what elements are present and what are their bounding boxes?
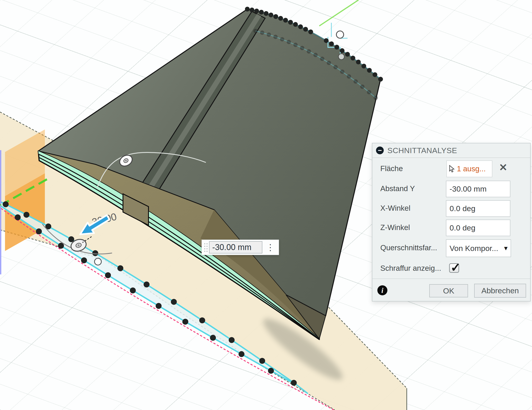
distance-label: Abstand Y	[380, 184, 415, 193]
chevron-down-icon: ▼	[503, 245, 511, 252]
x-angle-label: X-Winkel	[380, 204, 410, 212]
floating-offset-input[interactable]: ⋮	[201, 240, 279, 255]
ok-button[interactable]: OK	[429, 284, 468, 297]
close-icon[interactable]: ✕	[499, 163, 507, 173]
face-select-button[interactable]: 1 ausg...	[446, 160, 492, 177]
face-label: Fläche	[380, 164, 403, 173]
collapse-icon[interactable]: −	[376, 146, 384, 154]
drag-grip-icon[interactable]	[203, 242, 208, 253]
section-analysis-dialog: − SCHNITTANALYSE Fläche 1 ausg... ✕ Abst…	[372, 143, 531, 301]
z-angle-label: Z-Winkel	[380, 223, 410, 232]
overflow-menu-icon[interactable]: ⋮	[266, 243, 275, 252]
x-angle-input[interactable]	[446, 200, 510, 217]
sketch-point-gray	[338, 54, 344, 60]
dialog-header[interactable]: − SCHNITTANALYSE	[372, 143, 530, 158]
footer-divider	[372, 279, 530, 279]
fusion-viewport: { "dialog": { "title": "SCHNITTANALYSE",…	[0, 0, 532, 410]
info-icon[interactable]: i	[377, 285, 387, 295]
offset-value-input[interactable]	[209, 241, 262, 254]
dialog-title: SCHNITTANALYSE	[387, 146, 457, 155]
section-color-select[interactable]: Von Kompor... ▼	[446, 239, 511, 257]
hatch-label: Schraffur anzeig...	[380, 264, 441, 273]
section-color-label: Querschnittsfar...	[380, 244, 437, 252]
sketch-point-open	[95, 258, 101, 265]
distance-y-input[interactable]	[446, 181, 510, 197]
hatch-checkbox[interactable]	[449, 263, 459, 273]
cursor-icon	[449, 165, 455, 173]
sketch-point-open	[336, 31, 344, 38]
origin-axis-green	[319, 0, 359, 26]
cancel-button[interactable]: Abbrechen	[474, 284, 526, 298]
z-angle-input[interactable]	[446, 219, 510, 236]
face-select-value: 1 ausg...	[457, 164, 486, 173]
section-color-value: Von Kompor...	[446, 244, 503, 253]
